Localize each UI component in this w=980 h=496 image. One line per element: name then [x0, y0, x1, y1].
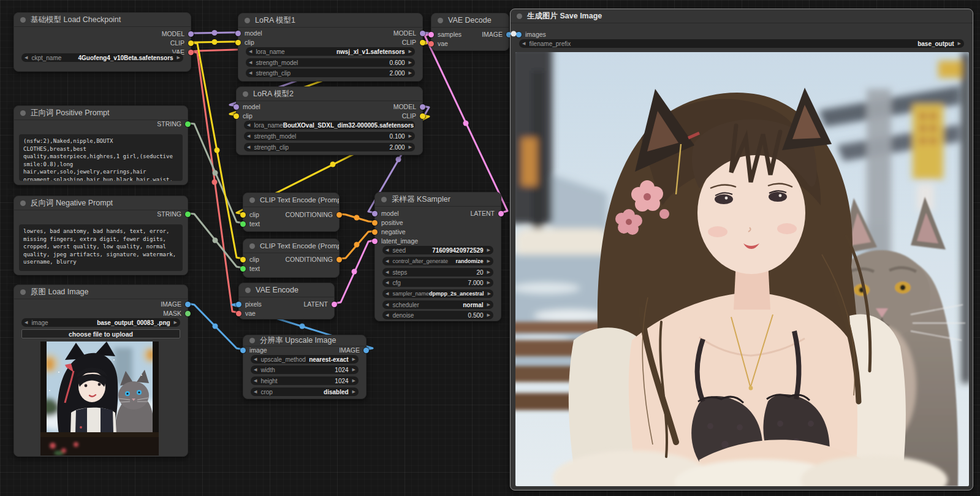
node-save-image[interactable]: 生成图片 Save Image images filename_prefix b… — [510, 9, 973, 490]
node-title: 分辨率 Upscale Image — [260, 335, 336, 346]
input-socket-text[interactable] — [240, 221, 246, 227]
widget-height[interactable]: height1024 — [251, 376, 359, 385]
widget-lora-name[interactable]: lora_nameBoutXOval_SDXL_dim32-000005.saf… — [244, 121, 415, 129]
widget-steps[interactable]: steps20 — [382, 268, 493, 277]
output-socket-vae[interactable] — [188, 50, 194, 55]
input-socket-vae[interactable] — [236, 311, 241, 316]
node-lora-2[interactable]: LoRA 模型2 model clip MODEL CLIP lora_name… — [236, 86, 423, 155]
collapse-dot-icon[interactable] — [20, 110, 26, 116]
output-socket-model[interactable] — [420, 31, 425, 36]
input-socket-pixels[interactable] — [236, 302, 241, 307]
node-lora-1[interactable]: LoRA 模型1 model clip MODEL CLIP lora_name… — [238, 13, 423, 82]
node-vae-decode[interactable]: VAE Decode samples vae IMAGE — [431, 13, 509, 51]
node-title-bar[interactable]: 正向词 Positive Prompt — [14, 106, 188, 120]
input-socket-clip[interactable] — [240, 212, 246, 218]
output-socket-latent[interactable] — [332, 302, 337, 307]
input-socket-clip[interactable] — [235, 40, 241, 45]
output-socket-clip[interactable] — [420, 113, 425, 119]
output-socket-mask[interactable] — [185, 311, 191, 316]
widget-denoise[interactable]: denoise0.500 — [382, 311, 493, 319]
collapse-dot-icon[interactable] — [20, 17, 26, 23]
widget-strength-clip[interactable]: strength_clip2.000 — [246, 69, 415, 77]
widget-filename-prefix[interactable]: filename_prefix base_output — [519, 39, 964, 48]
node-title-bar[interactable]: CLIP Text Encode (Prompt) — [243, 239, 339, 253]
collapse-dot-icon[interactable] — [245, 288, 251, 293]
choose-file-button[interactable]: choose file to upload — [21, 329, 180, 338]
output-socket-clip[interactable] — [188, 40, 194, 46]
input-socket-samples[interactable] — [428, 32, 434, 37]
widget-scheduler[interactable]: schedulernormal — [382, 300, 493, 309]
input-socket-images[interactable] — [516, 32, 522, 37]
node-title: 原图 Load Image — [31, 287, 89, 297]
output-socket-string[interactable] — [185, 121, 191, 127]
load-image-preview — [40, 341, 159, 456]
input-socket-image[interactable] — [240, 348, 246, 353]
collapse-dot-icon[interactable] — [438, 18, 443, 23]
widget-strength-clip[interactable]: strength_clip2.000 — [244, 143, 415, 151]
widget-cfg[interactable]: cfg7.000 — [382, 278, 493, 287]
node-load-image[interactable]: 原图 Load Image IMAGE MASK image base_outp… — [13, 284, 188, 457]
input-socket-negative[interactable] — [372, 229, 378, 235]
node-vae-encode[interactable]: VAE Encode pixels vae LATENT — [238, 283, 335, 319]
output-socket-image[interactable] — [185, 302, 191, 307]
input-socket-text[interactable] — [240, 266, 246, 272]
node-upscale-image[interactable]: 分辨率 Upscale Image image IMAGE upscale_me… — [243, 335, 367, 399]
node-title-bar[interactable]: 基础模型 Load Checkpoint — [14, 13, 191, 27]
output-socket-conditioning[interactable] — [336, 212, 342, 218]
collapse-dot-icon[interactable] — [20, 289, 26, 295]
collapse-dot-icon[interactable] — [245, 18, 250, 23]
widget-strength-model[interactable]: strength_model0.600 — [246, 58, 415, 67]
widget-sampler-name[interactable]: sampler_namedpmpp_2s_ancestral — [382, 289, 493, 298]
widget-ckpt-name[interactable]: ckpt_name 4Guofeng4_v10Beta.safetensors — [21, 53, 183, 62]
widget-strength-model[interactable]: strength_model0.100 — [244, 132, 415, 140]
input-socket-clip[interactable] — [234, 113, 239, 119]
widget-width[interactable]: width1024 — [251, 365, 359, 374]
node-title-bar[interactable]: 分辨率 Upscale Image — [243, 335, 366, 346]
collapse-dot-icon[interactable] — [517, 13, 522, 19]
widget-crop[interactable]: cropdisabled — [251, 387, 359, 396]
output-socket-model[interactable] — [188, 31, 194, 37]
node-ksampler[interactable]: 采样器 KSampler model positive negative lat… — [374, 192, 501, 321]
collapse-dot-icon[interactable] — [249, 197, 255, 203]
node-positive-prompt[interactable]: 正向词 Positive Prompt STRING (nsfw:2),Nake… — [13, 105, 188, 185]
widget-lora-name[interactable]: lora_namenwsj_xl_v1.safetensors — [246, 47, 415, 56]
node-title-bar[interactable]: VAE Encode — [239, 283, 334, 297]
node-title-bar[interactable]: 原图 Load Image — [14, 285, 188, 299]
widget-control-after-generate[interactable]: control_after_generaterandomize — [382, 257, 493, 265]
node-title-bar[interactable]: CLIP Text Encode (Prompt) — [243, 193, 339, 207]
node-title-bar[interactable]: LoRA 模型2 — [237, 87, 422, 101]
output-socket-string[interactable] — [185, 212, 191, 217]
input-socket-positive[interactable] — [372, 220, 378, 226]
positive-prompt-textarea[interactable]: (nsfw:2),Naked,nipple,BOUTX CLOTHES,brea… — [19, 134, 183, 181]
input-socket-model[interactable] — [234, 104, 239, 110]
collapse-dot-icon[interactable] — [249, 243, 255, 249]
widget-image-filename[interactable]: image base_output_00083_.png — [21, 318, 180, 327]
input-socket-model[interactable] — [235, 31, 241, 36]
collapse-dot-icon[interactable] — [20, 200, 26, 206]
node-load-checkpoint[interactable]: 基础模型 Load Checkpoint MODEL CLIP VAE ckpt… — [13, 12, 191, 72]
input-socket-clip[interactable] — [240, 257, 246, 262]
node-clip-text-encode-positive[interactable]: CLIP Text Encode (Prompt) clip text COND… — [243, 193, 340, 232]
node-title-bar[interactable]: 采样器 KSampler — [375, 193, 501, 207]
negative-prompt-textarea[interactable]: lowres, bad anatomy, bad hands, text, er… — [19, 224, 183, 271]
widget-upscale-method[interactable]: upscale_methodnearest-exact — [251, 355, 359, 364]
node-title: 反向词 Negative Prompt — [31, 198, 113, 208]
node-title-bar[interactable]: VAE Decode — [431, 13, 509, 28]
input-socket-model[interactable] — [372, 211, 378, 216]
input-socket-vae[interactable] — [428, 41, 434, 47]
output-socket-image[interactable] — [363, 348, 369, 353]
node-title-bar[interactable]: 反向词 Negative Prompt — [14, 196, 188, 210]
output-socket-latent[interactable] — [498, 211, 504, 216]
output-socket-conditioning[interactable] — [336, 257, 342, 262]
node-title-bar[interactable]: LoRA 模型1 — [238, 13, 422, 28]
output-socket-model[interactable] — [420, 104, 425, 110]
node-title-bar[interactable]: 生成图片 Save Image — [511, 9, 973, 23]
node-clip-text-encode-negative[interactable]: CLIP Text Encode (Prompt) clip text COND… — [243, 238, 340, 278]
input-socket-latent-image[interactable] — [372, 238, 378, 244]
output-socket-clip[interactable] — [420, 40, 425, 45]
node-negative-prompt[interactable]: 反向词 Negative Prompt STRING lowres, bad a… — [13, 196, 188, 275]
collapse-dot-icon[interactable] — [243, 91, 248, 97]
widget-seed[interactable]: seed716099420972529 — [382, 246, 493, 254]
collapse-dot-icon[interactable] — [249, 338, 255, 343]
collapse-dot-icon[interactable] — [381, 197, 387, 202]
